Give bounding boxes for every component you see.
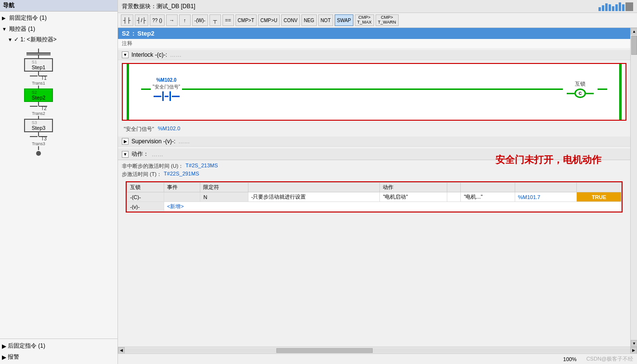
scrollbar-track	[631, 35, 637, 340]
toolbar-compare-eq[interactable]: ==	[222, 14, 234, 26]
ind-bar-8	[622, 4, 624, 11]
coil-left-line	[567, 93, 574, 94]
coil-label: 互锁	[575, 80, 585, 88]
sidebar-item-pre-fixed[interactable]: ▶ 前固定指令 (1)	[0, 13, 117, 24]
step2-name: Step2	[137, 30, 154, 37]
interlock-section: ▼ Interlock -(c)-: ……	[118, 50, 630, 135]
step-flow-diagram: S1 Step1 T1 Trans1	[0, 45, 117, 156]
ind-extra	[625, 2, 633, 11]
toolbar-NC-contact[interactable]: ┤/├	[135, 14, 149, 26]
step-s3-box[interactable]: S3 Step3	[24, 119, 53, 132]
ind-bar-3	[605, 3, 608, 11]
sidebar-bottom: ▶ 后固定指令 (1) ▶ 报警	[0, 339, 117, 364]
contact-mid-line	[165, 96, 169, 97]
rung-left-connect	[141, 88, 151, 90]
toolbar-conv[interactable]: CONV	[281, 14, 300, 26]
sidebar-item-post-fixed[interactable]: ▶ 后固定指令 (1)	[0, 340, 117, 351]
bottom-scroll-right[interactable]: ▶	[630, 347, 637, 354]
expand-pre-icon: ▶	[2, 15, 8, 21]
table-row-add[interactable]: -(v)- <新增>	[127, 202, 622, 212]
cell-value: TRUE	[577, 192, 622, 202]
interlock-expand-btn[interactable]: ▼	[122, 51, 129, 58]
bottom-scroll-track	[125, 348, 630, 353]
coil-symbol: C	[567, 88, 594, 98]
ladder-diagram: %M102.0 "安全门信号"	[122, 63, 626, 121]
contact-bar-right	[169, 91, 171, 101]
scrollbar-up-arrow[interactable]: ▲	[631, 28, 637, 35]
sidebar-label-pre-fixed: 前固定指令 (1)	[9, 14, 47, 22]
sidebar-item-alarm[interactable]: ▶ 报警	[0, 351, 117, 363]
db-header-bar: 背景数据块：测试_DB [DB1]	[118, 0, 637, 13]
actions-label: 动作：	[131, 150, 149, 158]
cell-add-c: -(v)-	[127, 202, 164, 212]
step-s2-box[interactable]: S2 Step2	[24, 88, 53, 102]
cell-addr1: "电机..."	[461, 192, 515, 202]
actions-expand-btn[interactable]: ▼	[122, 151, 129, 158]
col-event: 事件	[164, 183, 200, 192]
actions-table: 互锁 事件 限定符 动作	[127, 182, 622, 212]
toolbar-conn-right[interactable]: →	[166, 14, 178, 26]
expand-post-icon: ▶	[2, 343, 6, 350]
bottom-scroll-left[interactable]: ◀	[118, 347, 125, 354]
toolbar-unknown-coil[interactable]: ?? ()	[150, 14, 165, 26]
var-addr-1: %M102.0	[158, 126, 180, 133]
toolbar-conn-up[interactable]: ↑	[179, 14, 191, 26]
contact-symbol	[154, 91, 180, 101]
zoom-level: 100%	[563, 356, 577, 362]
sidebar-label-new-sequencer: ✓ 1: <新顺控器>	[14, 36, 57, 44]
actions-body: 非中断步的激活时间 (U)： T#2S_213MS 步激活时间 (T)： T#2…	[118, 160, 630, 217]
supervision-expand-btn[interactable]: ▶	[122, 138, 129, 145]
right-scrollbar[interactable]: ▲ ▼	[630, 28, 637, 347]
scrollbar-down-arrow[interactable]: ▼	[631, 340, 637, 347]
col-addr2	[515, 183, 576, 192]
col-value	[577, 183, 622, 192]
bottom-scroll-thumb[interactable]	[276, 348, 373, 353]
toolbar-NO-contact[interactable]: ┤├	[121, 14, 133, 26]
cell-event	[164, 192, 200, 202]
actions-section: ▼ 动作： …… 安全门未打开，电机动作 非中断步的激活时间 (U)： T#2S…	[118, 149, 630, 217]
col-addr1	[461, 183, 515, 192]
interlock-label: Interlock -(c)-:	[131, 51, 167, 58]
coil-symbol-text: C	[579, 91, 582, 96]
cell-interlock: -(C)-	[127, 192, 164, 202]
toolbar-branch[interactable]: ┬	[209, 14, 221, 26]
supervision-dots: ……	[178, 138, 190, 145]
bottom-scrollbar: ◀ ▶	[118, 347, 637, 353]
toolbar-not[interactable]: NOT	[318, 14, 333, 26]
toolbar-cmp-tmax[interactable]: CMP>T_MAX	[355, 14, 374, 26]
toolbar-swap[interactable]: SWAP	[335, 14, 353, 26]
supervision-label: Supervision -(v)-:	[131, 138, 175, 145]
actions-table-wrapper: 互锁 事件 限定符 动作	[126, 181, 623, 213]
table-row-action-c[interactable]: -(C)- N -只要步活动就进行设置 "电机启动" "电机..." %M101…	[127, 192, 622, 202]
toolbar-neg[interactable]: NEG	[301, 14, 317, 26]
cell-addr2: %M101.7	[515, 192, 576, 202]
step-s3-label: Step3	[32, 125, 46, 131]
cell-add-new[interactable]: <新增>	[164, 202, 621, 212]
sidebar-title: 导航	[0, 0, 117, 12]
sidebar-item-sequencer[interactable]: ▼ 顺控器 (1)	[0, 24, 117, 35]
toolbar-cmp-u[interactable]: CMP>U	[258, 14, 280, 26]
contact-name: "安全门信号"	[153, 84, 180, 90]
content-body: S2 : Step2 注释 ▼ Interlock -(c)-: ……	[118, 28, 630, 347]
toolbar-cmp-t[interactable]: CMP>T	[235, 14, 257, 26]
cell-qualifier: N	[200, 192, 248, 202]
actions-dots: ……	[152, 151, 163, 158]
toolbar-word-contact[interactable]: -(W)-	[192, 14, 208, 26]
supervision-section: ▶ Supervision -(v)-: ……	[118, 137, 630, 147]
toolbar-cmp-twarn[interactable]: CMP>T_WARN	[376, 14, 399, 26]
ind-bar-1	[598, 7, 601, 11]
col-action-header: 动作	[380, 183, 447, 192]
sidebar-item-new-sequencer[interactable]: ▼ ✓ 1: <新顺控器>	[0, 35, 117, 45]
coil-circle: C	[574, 88, 586, 98]
interlock-dots: ……	[170, 51, 182, 58]
var-entry-1: "安全门信号" %M102.0	[124, 126, 180, 133]
step2-header: S2 : Step2	[118, 28, 630, 39]
actions-title-row: ▼ 动作： ……	[118, 149, 630, 160]
rung-horizontal-line	[182, 88, 563, 90]
time1-label: 非中断步的激活时间 (U)：	[122, 163, 183, 170]
sidebar: 导航 ▶ 前固定指令 (1) ▼ 顺控器 (1) ▼ ✓ 1: <新顺控器>	[0, 0, 118, 364]
ind-bar-7	[619, 2, 621, 11]
cell-action2	[447, 192, 461, 202]
step-s1-box[interactable]: S1 Step1	[24, 58, 53, 72]
scrollbar-thumb[interactable]	[631, 36, 637, 55]
